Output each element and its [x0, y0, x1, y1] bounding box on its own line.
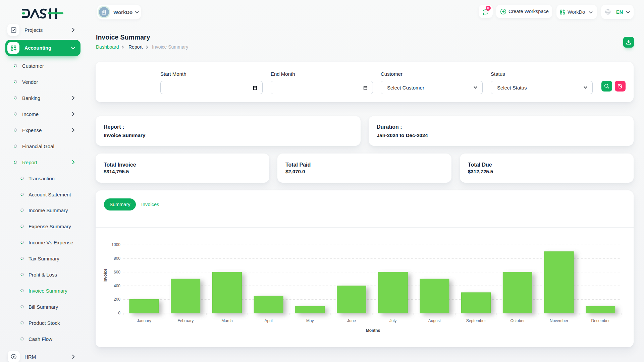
svg-text:October: October — [510, 318, 525, 323]
svg-text:June: June — [347, 318, 356, 323]
svg-text:January: January — [137, 318, 151, 323]
svg-text:Invoice: Invoice — [103, 268, 108, 283]
svg-text:April: April — [265, 318, 273, 323]
svg-text:March: March — [221, 318, 232, 323]
svg-text:200: 200 — [114, 297, 120, 302]
svg-text:May: May — [306, 318, 314, 323]
svg-text:600: 600 — [114, 270, 120, 275]
svg-text:November: November — [550, 318, 568, 323]
svg-text:400: 400 — [114, 284, 120, 288]
svg-text:September: September — [466, 318, 486, 323]
svg-text:Months: Months — [366, 328, 380, 333]
svg-text:December: December — [591, 318, 610, 323]
svg-text:0: 0 — [118, 311, 120, 315]
svg-text:August: August — [428, 318, 441, 323]
svg-text:1000: 1000 — [111, 242, 120, 247]
svg-text:July: July — [389, 318, 396, 323]
svg-text:February: February — [177, 318, 194, 323]
svg-text:800: 800 — [114, 256, 120, 261]
